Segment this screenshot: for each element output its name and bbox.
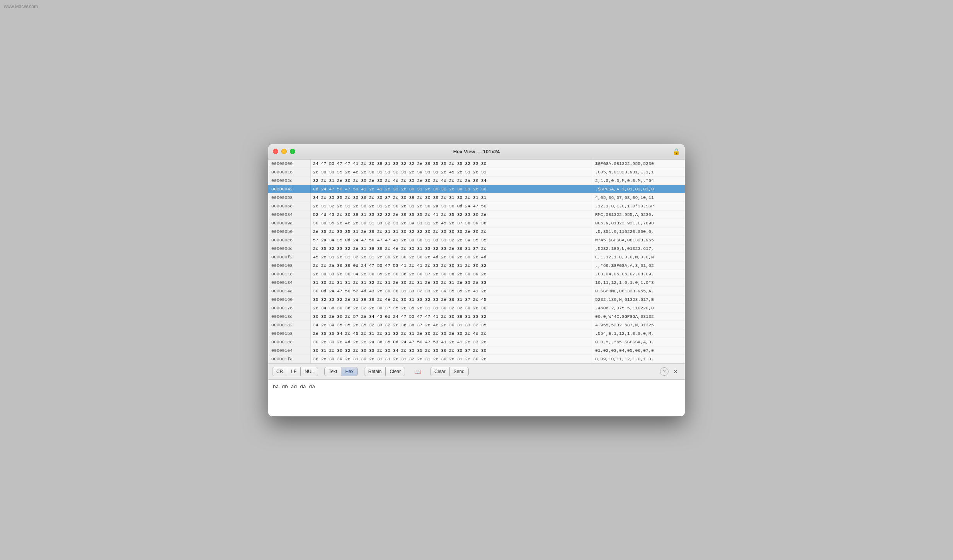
hex-row: 000000162e 30 30 35 2c 4e 2c 30 31 33 32… bbox=[268, 168, 685, 176]
hex-ascii: 2,1.0,0.0,M,0.0,M,,*64 bbox=[592, 176, 685, 185]
hex-row: 0000009a30 30 35 2c 4e 2c 30 31 33 32 33… bbox=[268, 219, 685, 227]
hex-bytes: 30 30 2e 30 2c 57 2a 34 43 0d 24 47 50 4… bbox=[311, 312, 592, 321]
hex-offset: 0000002c bbox=[268, 176, 311, 185]
hex-ascii: ,4606.2,075.5,110220,0 bbox=[592, 304, 685, 312]
hex-ascii: .5,351.9,110220,000.0, bbox=[592, 227, 685, 236]
hex-offset: 00000134 bbox=[268, 278, 311, 287]
hex-row: 000000c657 2a 34 35 0d 24 47 50 47 47 41… bbox=[268, 236, 685, 244]
hex-bytes: 30 30 35 2c 4e 2c 30 31 33 32 33 2e 39 3… bbox=[311, 219, 592, 227]
hex-ascii: 4,05,06,07,08,09,10,11 bbox=[592, 193, 685, 202]
clear2-button[interactable]: Clear bbox=[431, 367, 450, 376]
hex-bytes: 2c 31 32 2c 31 2e 30 2c 31 2e 30 2c 31 2… bbox=[311, 202, 592, 210]
control-group: CR LF NUL bbox=[272, 367, 318, 376]
maximize-button[interactable] bbox=[290, 149, 295, 154]
hex-bytes: 32 2c 31 2e 30 2c 30 2e 30 2c 4d 2c 30 2… bbox=[311, 176, 592, 185]
hex-ascii: ,,*69.$GPGSA,A,3,01,02 bbox=[592, 261, 685, 270]
window-title: Hex View — 101x24 bbox=[453, 149, 500, 154]
hex-offset: 0000018c bbox=[268, 312, 311, 321]
hex-ascii: 10,11,12,1.0,1.0,1.0*3 bbox=[592, 278, 685, 287]
hex-ascii: .554,E,1,12,1.0,0.0,M, bbox=[592, 329, 685, 338]
traffic-lights bbox=[273, 149, 295, 154]
hex-offset: 000000f2 bbox=[268, 253, 311, 261]
toolbar: CR LF NUL Text Hex Retain Clear 📖 Clear … bbox=[268, 364, 685, 380]
cr-button[interactable]: CR bbox=[272, 367, 287, 376]
minimize-button[interactable] bbox=[281, 149, 287, 154]
hex-bytes: 30 0d 24 47 50 52 4d 43 2c 30 38 31 33 3… bbox=[311, 287, 592, 295]
hex-row: 0000005834 2c 30 35 2c 30 36 2c 30 37 2c… bbox=[268, 193, 685, 202]
hex-ascii: 005,N,01323.931,E,7898 bbox=[592, 219, 685, 227]
hex-row: 0000014a30 0d 24 47 50 52 4d 43 2c 30 38… bbox=[268, 287, 685, 295]
hex-offset: 000001a2 bbox=[268, 321, 311, 329]
hex-bytes: 30 2e 30 2c 4d 2c 2c 2a 36 35 0d 24 47 5… bbox=[311, 338, 592, 346]
hex-ascii: ,5232.189,N,01323.617, bbox=[592, 244, 685, 253]
hex-row: 000001fa38 2c 30 39 2c 31 30 2c 31 31 2c… bbox=[268, 355, 685, 363]
hex-offset: 00000108 bbox=[268, 261, 311, 270]
hex-row: 000000b02e 35 2c 33 35 31 2e 39 2c 31 31… bbox=[268, 227, 685, 236]
lock-icon: 🔒 bbox=[672, 148, 680, 155]
hex-bytes: 2e 35 2c 33 35 31 2e 39 2c 31 31 30 32 3… bbox=[311, 227, 592, 236]
hex-bytes: 38 2c 30 39 2c 31 30 2c 31 31 2c 31 32 2… bbox=[311, 355, 592, 363]
hex-row: 0000008452 4d 43 2c 30 38 31 33 32 32 2e… bbox=[268, 210, 685, 219]
hex-ascii: W*45.$GPGGA,081323.955 bbox=[592, 236, 685, 244]
hex-bytes: 0d 24 47 50 47 53 41 2c 41 2c 33 2c 30 3… bbox=[311, 185, 592, 193]
hex-button[interactable]: Hex bbox=[341, 367, 357, 376]
hex-bytes: 2c 30 33 2c 30 34 2c 30 35 2c 30 36 2c 3… bbox=[311, 270, 592, 278]
hex-offset: 0000006e bbox=[268, 202, 311, 210]
hex-offset: 00000000 bbox=[268, 160, 311, 168]
text-button[interactable]: Text bbox=[325, 367, 341, 376]
hex-ascii: 4.955,5232.687,N,01325 bbox=[592, 321, 685, 329]
clear1-button[interactable]: Clear bbox=[386, 367, 405, 376]
hex-bytes: 35 32 33 32 2e 31 38 39 2c 4e 2c 30 31 3… bbox=[311, 295, 592, 304]
hex-ascii: 8,09,10,11,12,1.0,1.0, bbox=[592, 355, 685, 363]
hex-offset: 00000058 bbox=[268, 193, 311, 202]
hex-bytes: 2c 34 36 30 36 2e 32 2c 30 37 35 2e 35 2… bbox=[311, 304, 592, 312]
retain-clear-group: Retain Clear bbox=[364, 367, 405, 376]
nul-button[interactable]: NUL bbox=[301, 367, 318, 376]
hex-bytes: 57 2a 34 35 0d 24 47 50 47 47 41 2c 30 3… bbox=[311, 236, 592, 244]
hex-row: 0000000024 47 50 47 47 41 2c 30 38 31 33… bbox=[268, 160, 685, 168]
hex-input[interactable] bbox=[268, 380, 685, 415]
hex-row: 000001762c 34 36 30 36 2e 32 2c 30 37 35… bbox=[268, 304, 685, 312]
hex-row: 000001082c 2c 2a 36 39 0d 24 47 50 47 53… bbox=[268, 261, 685, 270]
hex-ascii: $GPGGA,081322.955,5230 bbox=[592, 160, 685, 168]
hex-row: 000001a234 2e 39 35 35 2c 35 32 33 32 2e… bbox=[268, 321, 685, 329]
hex-row: 000000f245 2c 31 2c 31 32 2c 31 2e 30 2c… bbox=[268, 253, 685, 261]
hex-offset: 000001e4 bbox=[268, 346, 311, 355]
hex-offset: 000001ce bbox=[268, 338, 311, 346]
hex-row: 0000011e2c 30 33 2c 30 34 2c 30 35 2c 30… bbox=[268, 270, 685, 278]
hex-offset: 00000042 bbox=[268, 185, 311, 193]
hex-offset: 00000176 bbox=[268, 304, 311, 312]
hex-offset: 0000014a bbox=[268, 287, 311, 295]
hex-row: 0000016035 32 33 32 2e 31 38 39 2c 4e 2c… bbox=[268, 295, 685, 304]
hex-offset: 000000dc bbox=[268, 244, 311, 253]
send-button[interactable]: Send bbox=[450, 367, 468, 376]
hex-ascii: 5232.189,N,01323.617,E bbox=[592, 295, 685, 304]
hex-bytes: 2e 30 30 35 2c 4e 2c 30 31 33 32 33 2e 3… bbox=[311, 168, 592, 176]
hex-bytes: 2c 2c 2a 36 39 0d 24 47 50 47 53 41 2c 4… bbox=[311, 261, 592, 270]
lf-button[interactable]: LF bbox=[287, 367, 301, 376]
hex-offset: 000000c6 bbox=[268, 236, 311, 244]
hex-bytes: 45 2c 31 2c 31 32 2c 31 2e 30 2c 30 2e 3… bbox=[311, 253, 592, 261]
hex-offset: 0000009a bbox=[268, 219, 311, 227]
help-button[interactable]: ? bbox=[660, 367, 669, 376]
titlebar: Hex View — 101x24 🔒 bbox=[268, 144, 685, 160]
hex-bytes: 34 2e 39 35 35 2c 35 32 33 32 2e 36 38 3… bbox=[311, 321, 592, 329]
hex-offset: 00000160 bbox=[268, 295, 311, 304]
hex-ascii: ,03,04,05,06,07,08,09, bbox=[592, 270, 685, 278]
input-area-container bbox=[268, 380, 685, 416]
hex-row: 0000013431 30 2c 31 31 2c 31 32 2c 31 2e… bbox=[268, 278, 685, 287]
close-button[interactable] bbox=[273, 149, 278, 154]
window-close-button[interactable]: ✕ bbox=[670, 367, 681, 376]
retain-button[interactable]: Retain bbox=[364, 367, 386, 376]
bookmark-icon[interactable]: 📖 bbox=[411, 367, 424, 376]
hex-row: 000000dc2c 35 32 33 32 2e 31 38 39 2c 4e… bbox=[268, 244, 685, 253]
hex-offset: 000001b8 bbox=[268, 329, 311, 338]
hex-row: 0000006e2c 31 32 2c 31 2e 30 2c 31 2e 30… bbox=[268, 202, 685, 210]
hex-bytes: 2e 35 35 34 2c 45 2c 31 2c 31 32 2c 31 2… bbox=[311, 329, 592, 338]
hex-offset: 00000016 bbox=[268, 168, 311, 176]
hex-row: 0000018c30 30 2e 30 2c 57 2a 34 43 0d 24… bbox=[268, 312, 685, 321]
hex-ascii: RMC,081322.955,A,5230. bbox=[592, 210, 685, 219]
hex-ascii: 0.$GPRMC,081323.955,A, bbox=[592, 287, 685, 295]
hex-bytes: 52 4d 43 2c 30 38 31 33 32 32 2e 39 35 3… bbox=[311, 210, 592, 219]
hex-ascii: .$GPGSA,A,3,01,02,03,0 bbox=[592, 185, 685, 193]
